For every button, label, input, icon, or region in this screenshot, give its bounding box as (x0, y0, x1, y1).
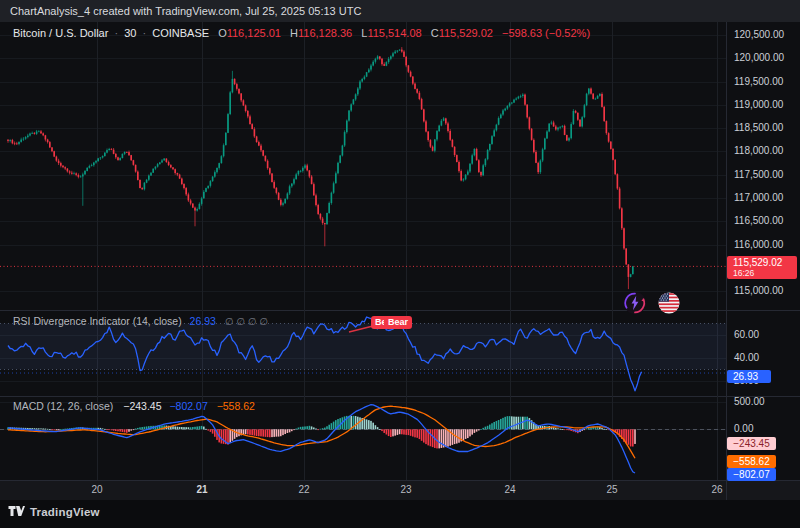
time-axis-tick: 25 (592, 484, 632, 495)
macd-title: MACD (12, 26, close) (13, 400, 113, 412)
tradingview-logo-icon (8, 505, 25, 518)
rsi-value: 26.93 (190, 315, 216, 327)
symbol-name: Bitcoin / U.S. Dollar (13, 27, 108, 39)
price-axis-tick: 115,000.00 (734, 285, 783, 296)
time-axis-tick: 20 (77, 484, 117, 495)
high-value: 116,128.36 (298, 27, 352, 39)
chart-canvas[interactable] (0, 0, 800, 528)
low-value: 115,514.08 (367, 27, 421, 39)
separator-dot: · (142, 27, 146, 39)
time-axis-tick: 22 (284, 484, 324, 495)
macd-pane-header: MACD (12, 26, close) −243.45 −802.07 −55… (13, 400, 255, 412)
snapshot-title-bar: ChartAnalysis_4 created with TradingView… (0, 0, 800, 22)
rsi-empty-markers: ∅ ∅ ∅ ∅ (225, 316, 268, 327)
price-axis-tick: 119,500.00 (734, 76, 783, 87)
change-value: −598.63 (−0.52%) (502, 27, 590, 39)
us-flag-icon (657, 291, 681, 315)
tradingview-logo[interactable]: TradingView (8, 505, 100, 518)
time-axis-tick: 24 (490, 484, 530, 495)
price-axis-tick: 119,000.00 (734, 99, 783, 110)
last-price-time: 16:26 (733, 269, 797, 277)
macd-axis-tick: 500.00 (734, 396, 765, 407)
price-axis-tick: 118,500.00 (734, 122, 783, 133)
close-label: C (431, 27, 439, 39)
macd-hist-badge: −243.45 (727, 437, 776, 450)
rsi-axis-tick: 60.00 (734, 329, 759, 340)
rsi-axis-tick: 40.00 (734, 352, 759, 363)
tradingview-logo-text: TradingView (30, 506, 100, 518)
last-price-badge: 115,529.02 16:26 (727, 256, 797, 279)
rsi-title: RSI Divergence Indicator (14, close) (13, 315, 182, 327)
price-axis-tick: 118,000.00 (734, 145, 783, 156)
open-label: O (218, 27, 227, 39)
close-value: 115,529.02 (439, 27, 493, 39)
symbol-exchange: COINBASE (152, 27, 209, 39)
macd-signal-value: −558.62 (217, 400, 255, 412)
time-axis-tick: 26 (697, 484, 737, 495)
time-axis-tick: 23 (386, 484, 426, 495)
macd-line-value: −802.07 (169, 400, 207, 412)
bear-divergence-label: Bear (384, 316, 412, 329)
separator-dot: · (114, 27, 118, 39)
macd-line-badge: −802.07 (727, 468, 776, 481)
tradingview-chart-snapshot: ChartAnalysis_4 created with TradingView… (0, 0, 800, 528)
price-axis-tick: 120,500.00 (734, 29, 784, 40)
price-axis-tick: 116,500.00 (734, 215, 783, 226)
price-axis-tick: 120,000.00 (734, 52, 784, 63)
refresh-bolt-icon (623, 291, 647, 315)
time-axis-tick: 21 (182, 484, 222, 495)
price-axis-tick: 116,000.00 (734, 239, 783, 250)
rsi-pane-header: RSI Divergence Indicator (14, close) 26.… (13, 315, 268, 327)
rsi-value-badge: 26.93 (727, 370, 771, 383)
open-value: 116,125.01 (227, 27, 281, 39)
price-axis-tick: 117,500.00 (734, 169, 783, 180)
macd-hist-value: −243.45 (123, 400, 161, 412)
macd-axis-tick: 0.00 (734, 423, 753, 434)
snapshot-title: ChartAnalysis_4 created with TradingView… (10, 5, 361, 17)
price-axis-tick: 117,000.00 (734, 192, 783, 203)
high-label: H (290, 27, 298, 39)
macd-signal-badge: −558.62 (727, 455, 776, 468)
symbol-legend: Bitcoin / U.S. Dollar · 30 · COINBASE O1… (13, 27, 590, 39)
symbol-interval: 30 (124, 27, 136, 39)
